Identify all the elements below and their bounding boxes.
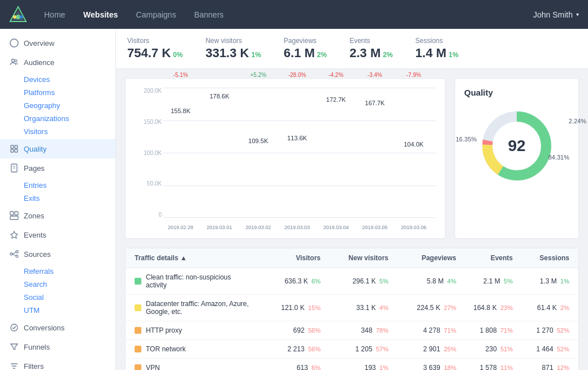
user-menu[interactable]: John Smith ▾ [533,10,579,19]
nav-links: Home Websites Campaigns Banners [36,6,533,24]
th-traffic: Traffic details ▲ [135,254,253,262]
events-icon [9,230,19,240]
svg-line-21 [12,252,16,254]
y-label-200k: 200.0K [144,88,162,94]
row-visitors-1: 121.0 K 15% [253,304,321,312]
th-sessions: Sessions [513,254,569,262]
sidebar-item-devices[interactable]: Devices [24,73,115,86]
bar-change-2: +5.2% [250,72,266,78]
zones-icon [9,210,19,221]
stat-sessions-label: Sessions [416,37,459,45]
bar-xlabel-5: 2019.03.05 [362,225,387,230]
svg-rect-15 [10,212,14,215]
bar-value-1: 178.6K [210,93,230,100]
table-section: Traffic details ▲ Visitors New visitors … [116,248,588,370]
bar-group-4[interactable]: -4.2%172.7K2019.03.04 [318,88,354,218]
svg-rect-11 [15,149,18,152]
stat-pageviews-value: 6.1 M [284,46,315,61]
sidebar-item-social[interactable]: Social [24,291,115,304]
sidebar-item-exits[interactable]: Exits [24,192,115,205]
stat-visitors-change: 0% [173,51,183,59]
sidebar-label-sources: Sources [24,250,51,259]
stat-new-visitors-label: New visitors [205,37,261,45]
nav-campaigns[interactable]: Campaigns [128,6,184,24]
row-new-visitors-1: 33.1 K 4% [321,304,388,312]
sidebar-item-events[interactable]: Events [0,225,115,244]
svg-rect-8 [11,145,14,148]
stat-events-change: 2% [383,51,392,59]
bar-group-0[interactable]: -5.1%155.8K2019.02.28 [163,88,198,218]
table-row[interactable]: TOR network 2 213 56% 1 205 57% 2 901 25… [126,340,578,359]
sidebar-label-conversions: Conversions [24,324,64,332]
sidebar-item-platforms[interactable]: Platforms [24,86,115,99]
stat-pageviews-change: 2% [317,51,327,59]
sidebar-item-quality[interactable]: Quality [0,139,115,158]
row-new-visitors-0: 296.1 K 5% [321,277,388,285]
sidebar-item-utm[interactable]: UTM [24,304,115,317]
nav-banners[interactable]: Banners [186,6,231,24]
bar-xlabel-1: 2019.03.01 [207,225,232,230]
row-events-2: 1 808 71% [456,326,513,334]
row-new-visitors-3: 1 205 57% [321,345,388,353]
sources-sub: Referrals Search Social UTM [0,264,115,318]
bar-value-2: 109.5K [248,137,268,144]
table-row[interactable]: Datacenter traffic: Amazon, Azure, Googl… [126,295,578,321]
sidebar-item-geography[interactable]: Geography [24,99,115,112]
nav-websites[interactable]: Websites [75,6,126,24]
sidebar-item-overview[interactable]: Overview [0,33,115,53]
row-label-2: HTTP proxy [135,326,253,334]
row-events-0: 2.1 M 5% [456,277,513,285]
svg-point-5 [10,39,18,47]
bar-group-1[interactable]: 178.6K2019.03.01 [202,88,237,218]
svg-point-19 [16,251,18,253]
sidebar-item-conversions[interactable]: Conversions [0,318,115,337]
data-table: Traffic details ▲ Visitors New visitors … [125,248,579,370]
nav-home[interactable]: Home [36,6,73,24]
table-row[interactable]: VPN 613 6% 193 1% 3 639 18% 1 578 11% 87… [126,359,578,370]
bar-group-3[interactable]: -28.0%113.6K2019.03.03 [279,88,315,218]
sidebar-item-referrals[interactable]: Referrals [24,265,115,278]
svg-point-3 [13,15,16,19]
svg-point-2 [16,15,20,19]
stat-visitors: Visitors 754.7 K 0% [127,37,183,61]
sidebar-group-sources[interactable]: Sources [0,244,115,264]
sidebar-item-search[interactable]: Search [24,278,115,291]
bar-group-6[interactable]: -7.9%104.0K2019.03.06 [396,88,431,218]
bar-chart-container: 200.0K 150.0K 100.0K 50.0K 0 -5.1%155.8K… [125,78,446,239]
y-label-100k: 100.0K [144,150,162,156]
sidebar-label-quality: Quality [24,145,46,153]
row-visitors-0: 636.3 K 6% [253,277,321,285]
sidebar: Overview Audience Devices Platforms Geog… [0,29,116,370]
row-label-0: Clean traffic: non-suspicious activity [135,273,253,289]
stat-sessions-value: 1.4 M [416,46,447,61]
row-new-visitors-2: 348 78% [321,326,388,334]
bar-change-4: -4.2% [328,72,343,78]
table-row[interactable]: Clean traffic: non-suspicious activity 6… [126,268,578,295]
sidebar-item-filters[interactable]: Filters [0,356,115,370]
sidebar-group-audience[interactable]: Audience [0,53,115,72]
sources-icon [9,249,19,259]
bar-value-3: 113.6K [287,135,307,141]
row-pageviews-1: 224.5 K 27% [388,304,456,312]
audience-icon [9,57,19,67]
svg-point-18 [10,253,12,255]
sidebar-label-events: Events [24,231,46,239]
sidebar-group-pages[interactable]: Pages [0,158,115,178]
pages-sub: Entries Exits [0,178,115,206]
main-layout: Overview Audience Devices Platforms Geog… [0,29,588,370]
bar-group-5[interactable]: -3.4%167.7K2019.03.05 [357,88,393,218]
table-row[interactable]: HTTP proxy 692 56% 348 78% 4 278 71% 1 8… [126,321,578,340]
row-color-2 [135,327,141,334]
bar-group-2[interactable]: +5.2%109.5K2019.03.02 [240,88,276,218]
sidebar-item-visitors[interactable]: Visitors [24,125,115,138]
svg-rect-17 [10,216,18,220]
sidebar-item-organizations[interactable]: Organizations [24,112,115,125]
sidebar-item-funnels[interactable]: Funnels [0,337,115,356]
stat-events-label: Events [349,37,392,45]
svg-line-22 [12,254,16,256]
sidebar-item-entries[interactable]: Entries [24,179,115,192]
stat-visitors-value: 754.7 K [127,46,171,61]
svg-point-4 [20,15,23,19]
sidebar-item-zones[interactable]: Zones [0,206,115,225]
th-visitors: Visitors [253,254,321,262]
